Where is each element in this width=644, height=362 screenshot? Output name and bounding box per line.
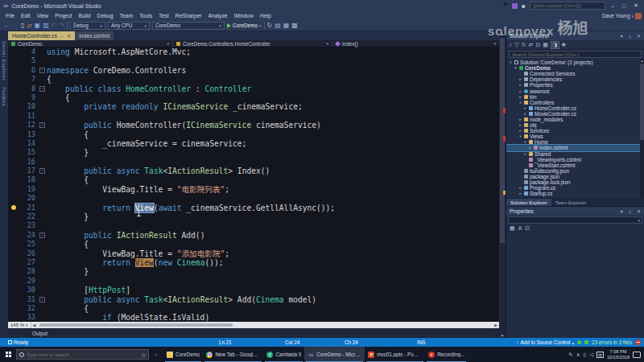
solution-analysis-status[interactable]: 23 errors in 3 files [592, 339, 632, 345]
preview-selected-icon[interactable]: ◨ [551, 41, 559, 49]
list-members-icon[interactable]: ▦ [283, 23, 290, 29]
notifications-flag-icon[interactable]: ⚑ [502, 2, 508, 9]
window-menu-icon[interactable]: ▾ [621, 33, 623, 39]
menu-item-project[interactable]: Project [52, 13, 75, 19]
collapse-toggle[interactable]: - [39, 168, 45, 174]
tree-item-viewstart-cshtml[interactable]: _ViewStart.cshtml [506, 162, 644, 168]
tree-item-node-modules[interactable]: ▸node_modules [506, 117, 644, 122]
expander-icon[interactable]: ▸ [523, 152, 527, 156]
startup-project-dropdown[interactable]: CoreDemo▾ [152, 22, 225, 30]
tree-item-obj[interactable]: ▸obj [506, 122, 644, 128]
notifications-badge[interactable] [512, 3, 518, 9]
taskbar-search-input[interactable] [27, 352, 139, 357]
expander-icon[interactable]: ▾ [518, 101, 522, 105]
quick-launch-input[interactable] [530, 2, 605, 10]
taskbar-item-mvc01-pptx-powe[interactable]: mvc01.pptx - Powe... [365, 347, 425, 362]
feedback-icon[interactable]: ☻ [521, 3, 526, 9]
pen-icon[interactable]: ✎ [568, 352, 572, 358]
save-all-icon[interactable]: ▥ [43, 23, 49, 29]
expander-icon[interactable]: ▸ [518, 89, 522, 93]
save-icon[interactable]: ▣ [35, 23, 41, 29]
tree-item-connected-services[interactable]: Connected Services [506, 71, 644, 76]
undo-icon[interactable]: ↶ [52, 23, 57, 29]
tree-item-bin[interactable]: ▸bin [506, 94, 644, 100]
navbar-type-dropdown[interactable]: CoreDemo.Controllers.HomeController▾ [173, 40, 332, 47]
properties-object-dropdown[interactable]: ▾ [508, 216, 642, 224]
expander-icon[interactable]: ▾ [514, 66, 518, 70]
tree-item-shared[interactable]: ▸Shared [506, 151, 644, 157]
tree-scrollbar[interactable]: ▲ [640, 59, 644, 198]
tree-item-solution-coredemo-2-projects[interactable]: ▾Solution 'CoreDemo' (2 projects) [506, 60, 644, 65]
expander-icon[interactable]: ▸ [518, 83, 522, 87]
tree-item-dependencies[interactable]: ▸Dependencies [506, 76, 644, 82]
tree-item-homecontroller-cs[interactable]: ▸HomeController.cs [506, 105, 644, 111]
expander-icon[interactable]: ▸ [518, 186, 522, 190]
scroll-left-arrow-icon[interactable]: ◀ [31, 323, 38, 327]
navbar-project-dropdown[interactable]: CoreDemo▾ [8, 40, 173, 47]
tree-item-wwwroot[interactable]: ▸wwwroot [506, 88, 644, 93]
output-tab[interactable]: Output [27, 330, 52, 337]
maximize-button[interactable]: □ [620, 3, 628, 9]
tree-item-moviecontroller-cs[interactable]: ▸MovieController.cs [506, 111, 644, 117]
battery-icon[interactable]: ▯ [583, 352, 586, 358]
promote-tab-icon[interactable]: ↔ [60, 34, 64, 39]
close-icon[interactable]: ✕ [637, 33, 641, 39]
expander-icon[interactable]: ▸ [518, 95, 522, 99]
menu-item-tools[interactable]: Tools [136, 13, 155, 19]
menu-item-analyze[interactable]: Analyze [204, 13, 230, 19]
window-menu-icon[interactable]: ▾ [621, 208, 623, 214]
sync-icon[interactable]: ↻ [522, 42, 526, 48]
properties-icon[interactable]: ✚ [562, 42, 567, 48]
word-wrap-icon[interactable]: ▩ [291, 23, 298, 29]
tree-item-index-cshtml[interactable]: ▸Index.cshtml [506, 145, 644, 150]
platform-dropdown[interactable]: Any CPU▾ [108, 22, 150, 30]
menu-item-help[interactable]: Help [257, 13, 275, 19]
panel-tab-team-explorer[interactable]: Team Explorer [551, 199, 591, 206]
taskbar-item-recording[interactable]: Recording... [425, 347, 468, 362]
expander-icon[interactable]: ▾ [509, 60, 513, 64]
taskbar-item-coredemo[interactable]: CoreDemo [163, 347, 203, 362]
tree-item-services[interactable]: ▸Services [506, 128, 644, 134]
tree-item-controllers[interactable]: ▾Controllers [506, 100, 644, 105]
refresh-icon[interactable]: ↻ [267, 23, 273, 29]
menu-item-resharper[interactable]: ReSharper [172, 13, 205, 19]
expander-icon[interactable]: ▸ [528, 146, 532, 150]
close-icon[interactable]: ✕ [637, 208, 641, 214]
expander-icon[interactable]: ▸ [523, 112, 527, 116]
horizontal-scrollbar[interactable]: 145 %▾ ◀ ▶ [8, 322, 499, 328]
collapse-toggle[interactable]: - [39, 122, 45, 128]
expander-icon[interactable]: ▸ [523, 106, 527, 110]
navigate-forward-icon[interactable]: → [12, 23, 19, 29]
taskbar-item-new-tab-google[interactable]: New Tab - Google ... [203, 347, 263, 362]
navigate-back-icon[interactable]: ← [3, 23, 10, 29]
pin-icon[interactable]: ⊥ [628, 33, 632, 39]
collapse-toggle[interactable]: - [39, 232, 45, 238]
ime-language-icon[interactable]: 中 [597, 352, 604, 358]
tree-item-home[interactable]: ▾Home [506, 139, 644, 145]
categorized-icon[interactable]: ▦ [510, 225, 515, 232]
alphabetical-icon[interactable]: A [518, 225, 522, 232]
scope-icon[interactable]: ⇄ [529, 42, 534, 48]
menu-item-window[interactable]: Window [231, 13, 257, 19]
start-debugging-button[interactable]: CoreDemo ▾ [227, 23, 261, 28]
volume-icon[interactable]: ◁ [589, 352, 593, 358]
menu-item-debug[interactable]: Debug [94, 13, 117, 19]
taskbar-item-camtasia-9[interactable]: Camtasia 9 [263, 347, 304, 362]
quick-actions-bulb-icon[interactable] [11, 205, 16, 210]
menu-item-view[interactable]: View [34, 13, 52, 19]
menu-item-edit[interactable]: Edit [18, 13, 34, 19]
scroll-right-arrow-icon[interactable]: ▶ [493, 323, 499, 327]
taskbar-clock[interactable]: 7:08 PM10/15/2018 [607, 349, 630, 360]
add-to-source-control-button[interactable]: ↑ Add to Source Control ▴ [516, 339, 574, 345]
property-pages-icon[interactable]: ⊡ [525, 225, 530, 232]
filter-icon[interactable]: ▽ [514, 42, 518, 48]
expander-icon[interactable]: ▸ [518, 123, 522, 127]
tree-item-coredemo[interactable]: ▾CoreDemo [506, 65, 644, 71]
menu-item-test[interactable]: Test [155, 13, 171, 19]
tree-item-package-json[interactable]: package.json [506, 174, 644, 179]
pin-icon[interactable]: ⊥ [628, 208, 632, 214]
menu-item-build[interactable]: Build [75, 13, 93, 19]
tab-homecontroller-cs[interactable]: HomeController.cs↔✕ [8, 31, 75, 40]
redo-icon[interactable]: ↷ [59, 23, 64, 29]
scrollbar-thumb[interactable] [39, 323, 233, 327]
